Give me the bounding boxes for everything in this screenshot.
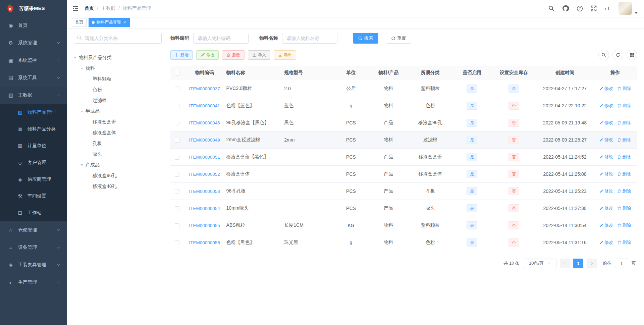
- row-edit-link[interactable]: 修改: [599, 205, 613, 211]
- page-number-button[interactable]: 1: [573, 259, 583, 268]
- edit-button[interactable]: 修改: [196, 50, 219, 60]
- sidebar-item-equipment-management[interactable]: ≡设备管理: [0, 239, 67, 256]
- row-delete-link[interactable]: 删除: [617, 103, 631, 109]
- tree-expand-caret-icon[interactable]: [80, 68, 83, 69]
- sidebar-item-material-product-management[interactable]: ▨物料产品管理: [0, 104, 67, 121]
- fullscreen-icon[interactable]: [590, 5, 597, 12]
- hamburger-icon[interactable]: [72, 5, 79, 12]
- tree-node[interactable]: 物料: [74, 63, 162, 74]
- sidebar-item-home[interactable]: ◉首页: [0, 17, 67, 34]
- sidebar-item-customer-management[interactable]: ☺客户管理: [0, 154, 67, 171]
- tree-expand-caret-icon[interactable]: [80, 111, 83, 112]
- user-menu[interactable]: [619, 2, 638, 15]
- row-checkbox[interactable]: [175, 223, 179, 228]
- sidebar-item-system-monitor[interactable]: ▣系统监控: [0, 52, 67, 69]
- sidebar-item-material-product-category[interactable]: ≣物料产品分类: [0, 121, 67, 138]
- breadcrumb-home[interactable]: 首页: [85, 5, 94, 11]
- row-delete-link[interactable]: 删除: [617, 137, 631, 143]
- row-checkbox[interactable]: [175, 87, 179, 91]
- row-delete-link[interactable]: 删除: [617, 171, 631, 177]
- tree-node[interactable]: 移液盒盒体: [74, 127, 162, 138]
- refresh-button[interactable]: [612, 50, 623, 60]
- row-checkbox[interactable]: [175, 121, 179, 125]
- sidebar-item-system-tools[interactable]: ▤系统工具: [0, 69, 67, 87]
- sidebar-item-supplier-management[interactable]: ☻供应商管理: [0, 171, 67, 188]
- sidebar-item-production-management[interactable]: ◐生产管理: [0, 274, 67, 291]
- add-button[interactable]: 新增: [170, 50, 193, 60]
- tab-material-product-management[interactable]: 物料产品管理 ×: [89, 18, 130, 27]
- tree-node[interactable]: 孔板: [74, 138, 162, 149]
- page-size-select[interactable]: 10条/页: [523, 259, 556, 268]
- material-code-link[interactable]: ITEM00000054: [189, 206, 220, 211]
- material-code-link[interactable]: ITEM00000049: [189, 138, 220, 143]
- material-code-link[interactable]: ITEM00000046: [189, 120, 220, 125]
- select-all-checkbox[interactable]: [175, 71, 179, 75]
- search-button[interactable]: 搜索: [353, 33, 378, 44]
- goto-page-input[interactable]: [615, 259, 628, 268]
- material-name-input[interactable]: [282, 33, 337, 44]
- sidebar-item-measurement-unit[interactable]: ▦计量单位: [0, 138, 67, 154]
- sidebar-item-workshop-settings[interactable]: ⚒车间设置: [0, 188, 67, 205]
- tree-node[interactable]: 移液盒盒盖: [74, 117, 162, 127]
- prev-page-button[interactable]: [560, 259, 570, 268]
- sidebar-item-system-admin[interactable]: ⚙系统管理: [0, 34, 67, 52]
- delete-button[interactable]: 删除: [222, 50, 245, 60]
- row-checkbox[interactable]: [175, 172, 179, 177]
- material-code-link[interactable]: ITEM00000052: [189, 172, 220, 177]
- tree-node[interactable]: 色粉: [74, 85, 162, 95]
- column-toggle-button[interactable]: [627, 50, 637, 60]
- row-checkbox[interactable]: [175, 104, 179, 108]
- material-code-link[interactable]: ITEM00000051: [189, 155, 220, 160]
- tree-node[interactable]: 过滤棉: [74, 95, 162, 106]
- avatar[interactable]: [619, 2, 632, 15]
- row-delete-link[interactable]: 删除: [617, 120, 631, 126]
- row-checkbox[interactable]: [175, 138, 179, 143]
- row-checkbox[interactable]: [175, 206, 179, 211]
- search-icon[interactable]: [548, 5, 555, 12]
- tree-node[interactable]: 移液盒48孔: [74, 181, 162, 192]
- row-delete-link[interactable]: 删除: [617, 154, 631, 160]
- reset-button[interactable]: 重置: [386, 33, 411, 44]
- row-checkbox[interactable]: [175, 155, 179, 160]
- question-icon[interactable]: ?: [576, 5, 583, 12]
- sidebar-item-workstation[interactable]: ⊡工作站: [0, 205, 67, 221]
- row-delete-link[interactable]: 删除: [617, 239, 631, 246]
- font-size-icon[interactable]: т T: [604, 5, 611, 12]
- row-edit-link[interactable]: 修改: [599, 103, 613, 109]
- github-icon[interactable]: [562, 5, 569, 12]
- tree-node[interactable]: 产成品: [74, 160, 162, 170]
- row-edit-link[interactable]: 修改: [599, 137, 613, 143]
- row-edit-link[interactable]: 修改: [599, 120, 613, 126]
- row-edit-link[interactable]: 修改: [599, 188, 613, 194]
- row-edit-link[interactable]: 修改: [599, 239, 613, 246]
- row-edit-link[interactable]: 修改: [599, 171, 613, 177]
- sidebar-item-tooling-fixture-management[interactable]: ◈工装夹具管理: [0, 256, 67, 274]
- row-delete-link[interactable]: 删除: [617, 188, 631, 194]
- row-edit-link[interactable]: 修改: [599, 86, 613, 92]
- material-code-link[interactable]: ITEM00000053: [189, 189, 220, 194]
- material-code-input[interactable]: [193, 33, 249, 44]
- close-icon[interactable]: ×: [123, 20, 127, 25]
- next-page-button[interactable]: [587, 259, 597, 268]
- tree-node[interactable]: 吸头: [74, 149, 162, 160]
- row-checkbox[interactable]: [175, 189, 179, 194]
- material-code-link[interactable]: ITEM00000037: [189, 86, 220, 91]
- tree-node[interactable]: 物料及产品分类: [74, 52, 162, 63]
- sidebar-item-warehouse-management[interactable]: ⌂仓储管理: [0, 221, 67, 239]
- tab-home[interactable]: 首页: [72, 18, 87, 27]
- app-logo[interactable]: K 苦糖果MES: [0, 0, 67, 17]
- row-delete-link[interactable]: 删除: [617, 205, 631, 211]
- tree-node[interactable]: 移液盒96孔: [74, 170, 162, 181]
- material-code-link[interactable]: ITEM00000056: [189, 240, 220, 245]
- show-search-button[interactable]: [598, 50, 609, 60]
- tree-node[interactable]: 半成品: [74, 106, 162, 117]
- sidebar-item-master-data[interactable]: ▥主数据: [0, 87, 67, 104]
- row-edit-link[interactable]: 修改: [599, 222, 613, 228]
- row-delete-link[interactable]: 删除: [617, 222, 631, 228]
- material-code-link[interactable]: ITEM00000055: [189, 223, 220, 228]
- tree-expand-caret-icon[interactable]: [80, 164, 83, 166]
- row-delete-link[interactable]: 删除: [617, 86, 631, 92]
- row-edit-link[interactable]: 修改: [599, 154, 613, 160]
- category-search-input[interactable]: [74, 33, 162, 44]
- row-checkbox[interactable]: [175, 240, 179, 245]
